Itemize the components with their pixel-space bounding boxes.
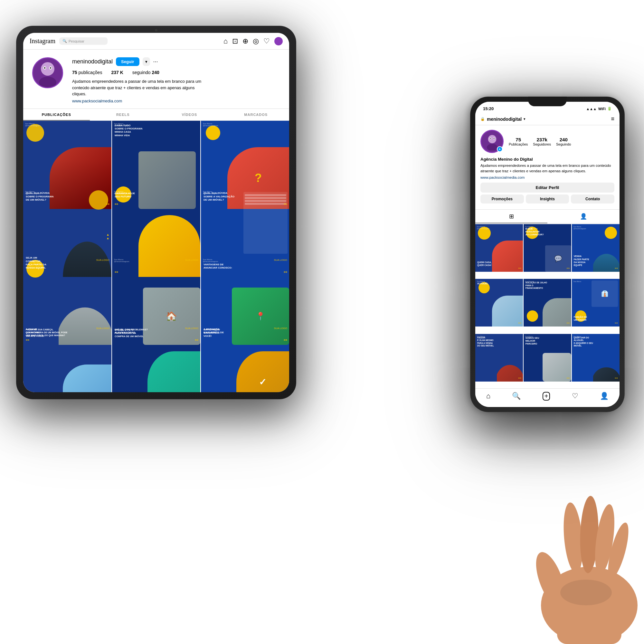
explore-icon[interactable]: ◎ (253, 37, 259, 45)
instagram-logo: Instagram (30, 37, 55, 45)
profile-avatar (32, 57, 63, 88)
follow-button[interactable]: Seguir (116, 57, 139, 66)
edit-profile-button[interactable]: Editar Perfil (480, 183, 614, 193)
profile-section: meninododigital Seguir ▾ ··· 75 publicaç… (23, 50, 289, 109)
phone-avatar-row: + 75 Publicações 237k Seguidores (480, 130, 614, 153)
phone-header: 🔒 meninododigital ▾ ≡ (475, 113, 620, 125)
hand-svg (522, 419, 644, 644)
avatar-nav[interactable] (274, 37, 283, 45)
dropdown-button[interactable]: ▾ (143, 57, 150, 66)
menu-icon[interactable]: ≡ (611, 116, 614, 122)
grid-icon: ⊞ (509, 213, 514, 220)
wifi-icon: WiFi (598, 107, 606, 111)
post-logo-1: Sua Marca@meuninstagram (25, 123, 40, 127)
profile-tabs: PUBLICAÇÕES REELS VÍDEOS MARCADOS (23, 109, 289, 121)
home-nav-icon[interactable]: ⌂ (486, 392, 490, 401)
search-nav-icon[interactable]: 🔍 (512, 392, 521, 401)
instagram-tablet: Instagram 🔍 Pesquisar ⌂ ⊡ ⊕ ◎ ♡ (23, 33, 289, 392)
tab-publicacoes[interactable]: PUBLICAÇÕES (23, 109, 90, 120)
tab-reels[interactable]: REELS (90, 109, 156, 120)
posts-stat: 75 publicações (72, 70, 102, 75)
phone-grid-item-8[interactable]: SOMOS SEUMELHORPARCEIRO Sua Marca »» (524, 334, 571, 382)
tab-marcados[interactable]: MARCADOS (223, 109, 289, 120)
hand-holding-phone (522, 419, 644, 644)
svg-point-21 (560, 580, 612, 605)
profile-link[interactable]: www.packsocialmedia.com (72, 99, 280, 103)
phone-grid-item-2[interactable]: 💬 O QUEPERGUNTARao corretor? Sua Marca@m… (524, 224, 571, 272)
phone-username-area[interactable]: 🔒 meninododigital ▾ (480, 117, 525, 122)
svg-point-4 (50, 67, 52, 69)
following-stat: seguindo 240 (132, 70, 159, 75)
phone-username: meninododigital (487, 117, 522, 122)
person-tag-icon: 👤 (580, 213, 587, 220)
profile-bio: Ajudamos empreendedores a passar de uma … (72, 78, 207, 97)
add-nav-icon[interactable]: + (543, 392, 550, 401)
status-icons: ▲▲▲ WiFi 🔋 (586, 107, 612, 111)
home-icon[interactable]: ⌂ (223, 37, 228, 45)
posts-count: 75 (509, 137, 528, 142)
profile-info: meninododigital Seguir ▾ ··· 75 publicaç… (72, 57, 280, 103)
insights-button[interactable]: Insights (526, 194, 569, 204)
phone-action-buttons: Editar Perfil Promoções Insights Contato (480, 183, 614, 204)
followers-count: 237k (533, 137, 551, 142)
svg-point-10 (490, 138, 491, 139)
phone-tab-tagged[interactable]: 👤 (547, 210, 620, 223)
svg-rect-12 (489, 141, 495, 142)
phone-link[interactable]: www.packsocialmedia.com (480, 175, 614, 179)
phone-avatar: + (480, 130, 504, 153)
post-logo-2: Sua Marca@meuninstagram (114, 123, 129, 127)
phone-tabs: ⊞ 👤 (475, 209, 620, 223)
post-logo-4: Sua Marca@meuninstagram (25, 191, 40, 194)
signal-icon: ▲▲▲ (586, 107, 597, 111)
tablet-device: Instagram 🔍 Pesquisar ⌂ ⊡ ⊕ ◎ ♡ (16, 26, 296, 399)
following-label: Seguindo (556, 142, 571, 146)
stats-row: 75 publicações 237 K seguindo 240 (72, 70, 280, 75)
phone-grid-item-4[interactable]: ALUGUEL Sua Marca »» (475, 279, 523, 327)
phone-posts-stat: 75 Publicações (509, 137, 528, 146)
phone-stats: 75 Publicações 237k Seguidores 240 Segui… (509, 137, 571, 146)
tab-videos[interactable]: VÍDEOS (156, 109, 223, 120)
posts-label: Publicações (509, 142, 528, 146)
phone-bottom-nav: ⌂ 🔍 + ♡ 👤 (475, 388, 620, 407)
phone-grid-item-7[interactable]: FIADORé olha mesmopara a vendado seu imó… (475, 334, 523, 382)
phone-notch (528, 97, 567, 106)
search-bar[interactable]: 🔍 Pesquisar (59, 37, 108, 45)
promotions-button[interactable]: Promoções (480, 194, 524, 204)
followers-stat: 237 K (111, 70, 123, 75)
messenger-icon[interactable]: ⊡ (232, 37, 238, 45)
profile-nav-icon[interactable]: 👤 (600, 392, 609, 401)
contact-button[interactable]: Contato (571, 194, 614, 204)
phone-posts-grid: QUEM CASA,quer casa! Sua Marca@meuninsta… (475, 224, 620, 389)
svg-point-3 (44, 67, 46, 69)
phone-tab-grid[interactable]: ⊞ (475, 210, 547, 223)
tablet-nav-bar: Instagram 🔍 Pesquisar ⌂ ⊡ ⊕ ◎ ♡ (23, 33, 289, 50)
svg-point-13 (487, 144, 497, 150)
phone-grid-item-3[interactable]: VENHAFAZER PARTEda nossaequipe Sua Marca… (572, 224, 620, 272)
username-row: meninododigital Seguir ▾ ··· (72, 57, 280, 66)
search-placeholder: Pesquisar (69, 39, 84, 43)
svg-rect-20 (557, 612, 621, 644)
post-logo-3: Sua Marca@meuninstagram (203, 123, 218, 127)
svg-point-6 (39, 77, 56, 87)
phone-device: 15:20 ▲▲▲ WiFi 🔋 🔒 meninododigital ▾ (470, 97, 625, 412)
post-logo-8: Sua Marca@meuninstagram (114, 259, 129, 262)
nav-icons: ⌂ ⊡ ⊕ ◎ ♡ (223, 37, 283, 45)
instagram-phone: 15:20 ▲▲▲ WiFi 🔋 🔒 meninododigital ▾ (475, 102, 620, 407)
phone-grid-item-9[interactable]: QUER SAIR DOALUGUELe adquirir o seuimóve… (572, 334, 620, 382)
add-story-button[interactable]: + (497, 146, 503, 152)
phone-grid-item-1[interactable]: QUEM CASA,quer casa! Sua Marca@meuninsta… (475, 224, 523, 272)
add-icon[interactable]: ⊕ (242, 37, 248, 45)
battery-icon: 🔋 (607, 107, 612, 111)
phone-grid-item-5[interactable]: SOLUÇÃO DE JULHOpara ofinanciamento Sua … (524, 279, 571, 327)
phone-display-name: Agência Menino do Digital (480, 157, 614, 162)
heart-icon[interactable]: ♡ (263, 37, 270, 45)
lock-icon: 🔒 (480, 117, 485, 121)
phone-grid-item-6[interactable]: 👔 FUNÇÃO DEUM FIADOR Sua Marca »» (572, 279, 620, 327)
avatar-svg (33, 58, 62, 87)
post-logo-6: Sua Marca@meuninstagram (203, 191, 218, 194)
heart-nav-icon[interactable]: ♡ (572, 392, 578, 401)
search-icon: 🔍 (62, 39, 67, 43)
svg-rect-5 (43, 73, 52, 74)
more-button[interactable]: ··· (153, 58, 158, 65)
secondary-buttons-row: Promoções Insights Contato (480, 194, 614, 204)
